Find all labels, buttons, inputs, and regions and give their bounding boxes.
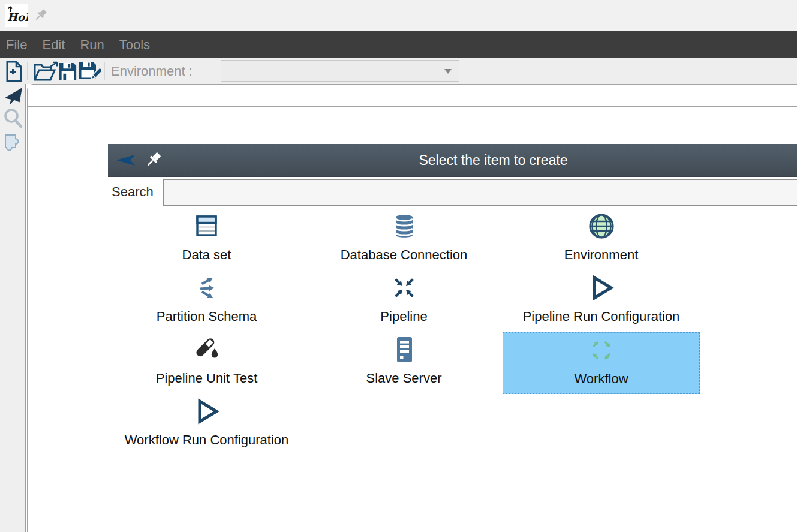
dialog-title: Select the item to create bbox=[108, 152, 797, 169]
menu-run[interactable]: Run bbox=[80, 37, 104, 53]
item-label: Pipeline bbox=[380, 309, 427, 324]
partition-schema-icon bbox=[193, 273, 221, 302]
new-file-icon bbox=[5, 61, 23, 82]
menu-file[interactable]: File bbox=[6, 37, 27, 53]
slave-server-icon bbox=[392, 336, 416, 363]
item-label: Data set bbox=[182, 247, 231, 263]
save-as-button[interactable] bbox=[77, 58, 101, 84]
perspective-sidebar bbox=[0, 84, 26, 532]
globe-icon bbox=[588, 212, 615, 240]
item-slave-server[interactable]: Slave Server bbox=[305, 332, 503, 394]
menu-bar: File Edit Run Tools bbox=[0, 31, 797, 58]
run-configuration-icon bbox=[193, 398, 221, 425]
item-label: Pipeline Run Configuration bbox=[523, 309, 680, 324]
toolbar-separator bbox=[27, 62, 28, 80]
item-database-connection[interactable]: Database Connection bbox=[305, 209, 503, 270]
hop-logo: HoP bbox=[5, 4, 28, 27]
pin-icon[interactable] bbox=[32, 8, 48, 26]
search-perspective-button[interactable] bbox=[2, 107, 24, 130]
tab-strip bbox=[28, 85, 797, 107]
data-set-icon bbox=[194, 214, 220, 239]
item-label: Slave Server bbox=[366, 371, 442, 386]
menu-tools[interactable]: Tools bbox=[119, 37, 150, 53]
item-pipeline[interactable]: Pipeline bbox=[305, 270, 503, 332]
plugins-perspective-button[interactable] bbox=[2, 131, 24, 152]
workflow-icon bbox=[590, 338, 613, 362]
item-label: Partition Schema bbox=[157, 309, 257, 324]
open-file-button[interactable] bbox=[33, 58, 59, 84]
puzzle-icon bbox=[4, 131, 23, 152]
item-grid: Data set Database Connection bbox=[108, 209, 700, 456]
data-orchestration-perspective-button[interactable] bbox=[2, 86, 24, 106]
toolbar-separator bbox=[104, 62, 105, 80]
new-file-button[interactable] bbox=[3, 58, 25, 84]
item-pipeline-unit-test[interactable]: Pipeline Unit Test bbox=[108, 332, 305, 394]
environment-combo-input[interactable] bbox=[221, 61, 449, 81]
save-as-icon bbox=[78, 61, 101, 82]
search-label: Search bbox=[112, 184, 154, 200]
item-environment[interactable]: Environment bbox=[503, 209, 700, 270]
dialog-header: Select the item to create bbox=[108, 144, 797, 177]
item-label: Environment bbox=[564, 247, 639, 263]
save-file-button[interactable] bbox=[58, 58, 78, 84]
item-workflow[interactable]: Workflow bbox=[503, 332, 700, 394]
paper-plane-icon bbox=[3, 86, 23, 106]
search-icon bbox=[3, 107, 23, 130]
arrow-left-icon bbox=[116, 154, 135, 169]
database-icon bbox=[391, 212, 417, 240]
pipeline-icon bbox=[390, 274, 418, 302]
item-pipeline-run-configuration[interactable]: Pipeline Run Configuration bbox=[503, 270, 700, 332]
environment-label: Environment : bbox=[111, 58, 193, 84]
item-label: Workflow bbox=[574, 371, 628, 387]
item-workflow-run-configuration[interactable]: Workflow Run Configuration bbox=[108, 394, 305, 456]
dialog-pin-icon[interactable] bbox=[143, 151, 163, 172]
open-file-icon bbox=[34, 61, 59, 82]
item-label: Database Connection bbox=[341, 247, 468, 263]
chevron-down-icon[interactable] bbox=[444, 69, 452, 74]
run-configuration-icon bbox=[587, 275, 616, 301]
search-row: Search bbox=[108, 177, 797, 209]
main-toolbar: Environment : bbox=[0, 58, 797, 84]
environment-combo[interactable] bbox=[221, 60, 459, 82]
unit-test-icon bbox=[192, 335, 222, 364]
create-item-dialog: Select the item to create Search Data se… bbox=[108, 144, 797, 456]
svg-text:HoP: HoP bbox=[7, 11, 28, 23]
item-label: Workflow Run Configuration bbox=[125, 432, 289, 448]
item-data-set[interactable]: Data set bbox=[108, 209, 305, 270]
item-partition-schema[interactable]: Partition Schema bbox=[108, 270, 305, 332]
menu-edit[interactable]: Edit bbox=[42, 37, 65, 53]
window-titlebar: HoP bbox=[0, 0, 797, 31]
save-icon bbox=[58, 62, 77, 81]
search-input[interactable] bbox=[163, 179, 797, 206]
item-label: Pipeline Unit Test bbox=[156, 371, 258, 386]
